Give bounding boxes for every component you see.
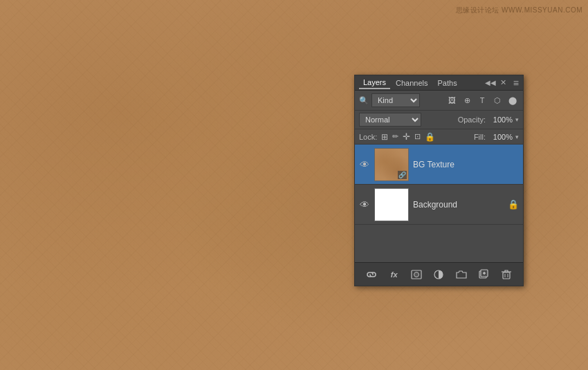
filter-shape-icon[interactable]: ⬡ [491, 94, 504, 107]
layer-row-background[interactable]: 👁 Background 🔒 [355, 185, 523, 225]
svg-rect-7 [503, 272, 510, 279]
opacity-group: Opacity: 100% ▾ [458, 115, 519, 124]
blend-row: Normal Dissolve Multiply Screen Overlay … [355, 111, 523, 129]
filter-smart-icon[interactable]: ⬤ [506, 94, 519, 107]
fill-arrow-icon[interactable]: ▾ [515, 133, 519, 140]
layers-panel: Layers Channels Paths ◀◀ ✕ ≡ 🔍 Kind Name… [354, 75, 524, 286]
panel-header: Layers Channels Paths ◀◀ ✕ ≡ [355, 75, 523, 91]
lock-row: Lock: ⊞ ✏ ✛ ⊡ 🔒 Fill: 100% ▾ [355, 129, 523, 145]
layers-spacer [355, 228, 523, 262]
tab-layers[interactable]: Layers [359, 77, 390, 89]
blend-mode-select[interactable]: Normal Dissolve Multiply Screen Overlay [359, 113, 421, 127]
search-icon: 🔍 [359, 96, 369, 105]
lock-image-icon[interactable]: ✏ [392, 132, 398, 141]
delete-layer-button[interactable] [499, 267, 514, 282]
layer-name-bg-texture[interactable]: BG Texture [413, 160, 519, 169]
add-mask-button[interactable] [409, 267, 424, 282]
layers-list: 👁 🔗 BG Texture 👁 Background 🔒 [355, 145, 523, 228]
panel-menu-icon[interactable]: ≡ [513, 77, 519, 89]
watermark: 思缘设计论坛 WWW.MISSYUAN.COM [456, 6, 582, 15]
lock-icons: ⊞ ✏ ✛ ⊡ 🔒 [381, 131, 435, 142]
new-group-button[interactable] [454, 267, 469, 282]
filter-row: 🔍 Kind Name Effect Mode 🖼 ⊕ T ⬡ ⬤ [355, 91, 523, 111]
tab-paths[interactable]: Paths [434, 77, 461, 89]
adjustment-button[interactable] [431, 267, 446, 282]
layer-lock-background-icon: 🔒 [508, 199, 519, 210]
add-fx-button[interactable]: fx [387, 267, 402, 282]
panel-header-icons: ◀◀ ✕ ≡ [485, 77, 519, 89]
layer-visibility-bg-texture[interactable]: 👁 [359, 159, 370, 170]
fill-group: Fill: 100% ▾ [474, 133, 519, 141]
opacity-arrow-icon[interactable]: ▾ [515, 116, 519, 123]
layer-row-bg-texture[interactable]: 👁 🔗 BG Texture [355, 145, 523, 185]
svg-point-1 [414, 272, 419, 277]
layer-thumbnail-background [374, 188, 409, 221]
opacity-label: Opacity: [458, 115, 486, 124]
filter-type-icons: 🖼 ⊕ T ⬡ ⬤ [445, 94, 519, 107]
panel-tabs: Layers Channels Paths [359, 77, 461, 89]
opacity-value[interactable]: 100% [488, 115, 513, 124]
collapse-panel-icon[interactable]: ◀◀ [485, 79, 496, 86]
lock-label: Lock: [359, 133, 377, 141]
filter-pixel-icon[interactable]: 🖼 [445, 94, 458, 107]
lock-position-icon[interactable]: ✛ [403, 131, 410, 142]
layer-thumbnail-bg-texture: 🔗 [374, 148, 409, 181]
close-panel-icon[interactable]: ✕ [500, 78, 506, 87]
fill-value[interactable]: 100% [488, 133, 513, 141]
filter-adjust-icon[interactable]: ⊕ [461, 94, 473, 107]
tab-channels[interactable]: Channels [392, 77, 432, 89]
lock-artboard-icon[interactable]: ⊡ [414, 132, 421, 141]
new-layer-button[interactable] [476, 267, 491, 282]
fill-label: Fill: [474, 133, 486, 141]
layer-name-background[interactable]: Background [413, 200, 504, 210]
layer-visibility-background[interactable]: 👁 [359, 199, 370, 210]
link-layers-button[interactable] [364, 267, 379, 282]
lock-transparent-icon[interactable]: ⊞ [381, 132, 388, 142]
lock-all-icon[interactable]: 🔒 [425, 132, 435, 142]
filter-text-icon[interactable]: T [476, 94, 488, 107]
layer-link-icon-bg-texture: 🔗 [398, 171, 407, 179]
panel-bottom-toolbar: fx [355, 262, 523, 286]
filter-kind-select[interactable]: Kind Name Effect Mode [371, 93, 420, 107]
